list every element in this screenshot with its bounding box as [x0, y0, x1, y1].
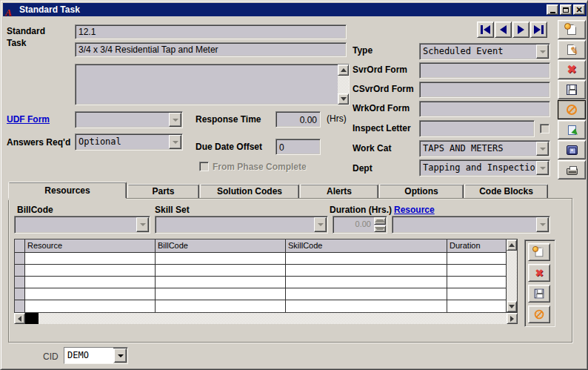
vault-button[interactable]	[558, 140, 586, 159]
resource-link[interactable]: Resource	[394, 205, 435, 215]
grid-hscroll-thumb[interactable]	[25, 313, 39, 324]
skill-set-combo[interactable]	[155, 216, 328, 234]
grid-hscroll-track[interactable]	[39, 313, 507, 324]
duration-spin-down-button[interactable]	[374, 225, 386, 233]
grid-cancel-button[interactable]	[528, 305, 550, 323]
grid-vertical-scrollbar[interactable]	[506, 239, 517, 312]
cancel-button[interactable]	[558, 100, 586, 119]
response-time-label: Response Time	[196, 114, 261, 125]
response-time-field[interactable]: 0.00	[275, 111, 321, 128]
delete-button[interactable]: ✖	[558, 60, 586, 79]
print-icon	[567, 168, 578, 175]
grid-column-resource[interactable]: Resource	[25, 239, 156, 252]
type-dropdown-button[interactable]	[536, 44, 549, 59]
tab-solution-codes[interactable]: Solution Codes	[200, 184, 299, 199]
resource-combo[interactable]	[392, 216, 550, 234]
dept-label: Dept	[353, 163, 417, 174]
inspect-letter-checkbox[interactable]	[540, 124, 549, 133]
grid-save-button[interactable]	[528, 285, 550, 303]
resources-grid[interactable]: Resource BillCode SkillCode Duration	[14, 239, 518, 313]
first-record-icon	[481, 25, 483, 34]
dept-combo[interactable]: Tapping and Inspections	[419, 159, 550, 176]
tab-options[interactable]: Options	[379, 184, 464, 199]
window-title: Standard Task	[19, 4, 80, 15]
work-cat-combo[interactable]: TAPS AND METERS	[419, 140, 550, 157]
grid-scroll-down-button[interactable]	[507, 301, 517, 312]
udf-form-combo[interactable]	[75, 111, 183, 128]
grid-horizontal-scrollbar[interactable]	[14, 313, 518, 324]
csvrord-form-field[interactable]	[419, 82, 550, 98]
grid-vscroll-track[interactable]	[507, 251, 517, 301]
grid-column-billcode[interactable]: BillCode	[156, 239, 286, 252]
grid-button-panel: ✖	[524, 239, 555, 327]
due-date-offset-field[interactable]: 0	[275, 139, 321, 155]
billcode-dropdown-button[interactable]	[136, 217, 149, 232]
first-record-button[interactable]	[477, 22, 494, 38]
svrord-form-label: SvrOrd Form	[353, 65, 417, 75]
description-scrollbar[interactable]	[338, 65, 349, 105]
scroll-down-button[interactable]	[338, 93, 349, 105]
last-record-button[interactable]	[530, 22, 547, 38]
chevron-down-icon	[540, 223, 546, 226]
grid-row-1[interactable]	[15, 253, 506, 265]
previous-record-button[interactable]	[495, 22, 512, 38]
cancel-no-icon	[567, 105, 577, 115]
tab-code-blocks[interactable]: Code Blocks	[464, 184, 548, 199]
duration-spin-up-button[interactable]	[374, 217, 386, 225]
dept-dropdown-button[interactable]	[536, 161, 549, 175]
work-cat-dropdown-button[interactable]	[536, 142, 549, 156]
task-description-area[interactable]	[75, 64, 350, 105]
scrollbar-track[interactable]	[338, 76, 349, 93]
grid-scroll-left-button[interactable]	[14, 313, 25, 324]
next-record-icon	[518, 25, 524, 34]
type-combo[interactable]: Scheduled Event	[419, 43, 550, 60]
udf-form-dropdown-button[interactable]	[169, 113, 181, 127]
print-button[interactable]	[558, 160, 586, 179]
export-button[interactable]	[558, 120, 586, 139]
grid-scroll-up-button[interactable]	[507, 239, 517, 251]
grid-row-5[interactable]	[15, 300, 506, 312]
task-id-field[interactable]: 12.1	[75, 24, 347, 39]
lookup-button[interactable]	[558, 20, 586, 39]
duration-label: Duration (Hrs.)	[330, 205, 392, 215]
maximize-button[interactable]	[560, 4, 572, 15]
grid-row-2[interactable]	[15, 265, 506, 277]
duration-spinner[interactable]: 0.00	[333, 216, 387, 234]
cid-dropdown-button[interactable]	[114, 348, 127, 363]
wrkord-form-field[interactable]	[419, 101, 550, 117]
udf-form-link[interactable]: UDF Form	[7, 114, 50, 125]
grid-delete-button[interactable]: ✖	[528, 264, 550, 282]
tab-alerts[interactable]: Alerts	[300, 184, 378, 199]
tab-resources[interactable]: Resources	[8, 182, 127, 199]
minimize-button[interactable]	[547, 4, 558, 15]
skill-set-label: Skill Set	[155, 205, 190, 215]
grid-column-skillcode[interactable]: SkillCode	[286, 239, 447, 252]
grid-lookup-button[interactable]	[528, 243, 550, 261]
answers-reqd-dropdown-button[interactable]	[169, 135, 181, 149]
grid-scroll-right-button[interactable]	[507, 313, 518, 324]
edit-button[interactable]: ✎	[558, 40, 586, 59]
svrord-form-field[interactable]	[419, 62, 550, 79]
billcode-combo[interactable]	[14, 216, 150, 234]
answers-reqd-combo[interactable]: Optional	[75, 133, 183, 151]
grid-row-4[interactable]	[15, 288, 506, 300]
scroll-up-icon	[509, 243, 515, 247]
work-cat-label: Work Cat	[353, 143, 417, 153]
task-name-field[interactable]: 3/4 x 3/4 Residential Tap and Meter	[75, 42, 347, 57]
grid-column-duration[interactable]: Duration	[447, 239, 506, 252]
spin-down-icon	[375, 227, 385, 230]
scroll-up-button[interactable]	[338, 65, 349, 76]
close-button[interactable]: ✕	[573, 4, 585, 15]
next-record-button[interactable]	[512, 22, 529, 38]
skill-set-dropdown-button[interactable]	[314, 217, 327, 232]
resource-dropdown-button[interactable]	[536, 217, 549, 232]
save-button[interactable]	[558, 80, 586, 99]
cid-combo[interactable]: DEMO	[64, 347, 128, 364]
from-phase-complete-checkbox[interactable]	[199, 162, 209, 171]
tab-parts[interactable]: Parts	[127, 184, 199, 199]
previous-record-icon	[500, 25, 507, 34]
task-description-text	[76, 65, 338, 105]
inspect-letter-field[interactable]	[419, 120, 535, 137]
grid-row-3[interactable]	[15, 277, 506, 288]
wrkord-form-label: WrkOrd Form	[353, 103, 417, 113]
